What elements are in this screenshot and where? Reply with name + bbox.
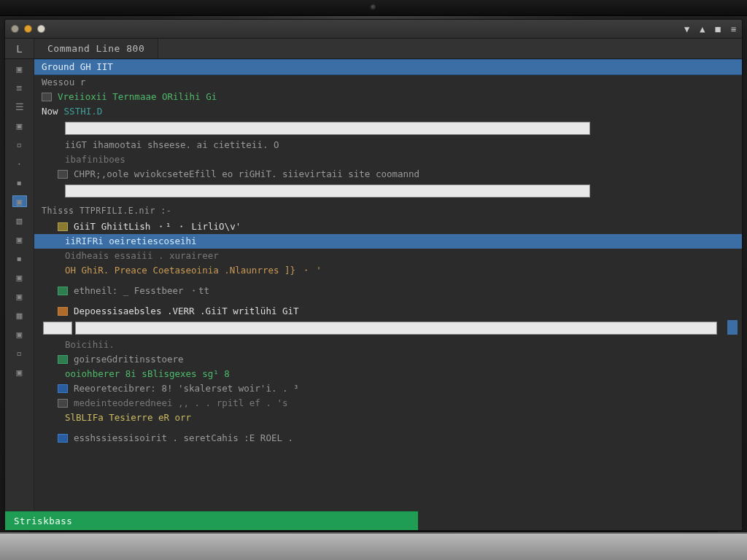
input-row-1 <box>34 119 742 138</box>
header-blue-bar[interactable]: Ground GH IIT <box>34 59 742 75</box>
line-wessour: Wessou r <box>34 75 742 90</box>
tab-label: Command Line 800 <box>47 43 144 54</box>
line-wessour-text: Wessou r <box>42 75 85 89</box>
now-cmd: SSTHI.D <box>64 104 103 118</box>
green-box-icon <box>58 287 68 295</box>
line-5-text: ibafiniboes <box>65 152 125 166</box>
sidebar-icon-8[interactable]: ▧ <box>13 215 26 225</box>
line-12-text: Depoessisaebsles .VERR .GiiT writlühi Gi… <box>74 304 299 318</box>
sidebar-icon-5[interactable]: · <box>13 158 26 168</box>
line-16-text: Reeoretecibrer: 8! 'skalerset woir'i. . … <box>74 381 299 395</box>
window-titlebar[interactable]: ▼ ▲ ■ ≡ <box>5 20 742 39</box>
up-icon[interactable]: ▲ <box>700 24 705 34</box>
tab-command-line[interactable]: Command Line 800 <box>34 39 158 58</box>
line-10b-text: OH GhiR. Preace Coetaseoinia .Nlaunrres … <box>65 263 322 277</box>
sidebar-icon-14[interactable]: ▣ <box>13 329 26 339</box>
folder-icon <box>58 222 68 231</box>
line-17-text: medeinteoderedneei ,, . . rpitl ef . 's <box>74 396 288 410</box>
dropdown-icon[interactable]: ▼ <box>684 24 689 34</box>
green-box-icon-2 <box>58 355 68 364</box>
line-17: medeinteoderedneei ,, . . rpitl ef . 's <box>34 396 742 411</box>
sidebar-icon-10[interactable]: ▪ <box>13 253 26 263</box>
sidebar-icon-1[interactable]: ≡ <box>13 82 26 93</box>
status-text: Striskbass <box>14 516 72 526</box>
sidebar-icon-11[interactable]: ▣ <box>13 272 26 282</box>
text-input-2[interactable] <box>65 184 590 198</box>
editor-content: ▣ ≡ ☰ ▣ ▫ · ▪ ▣ ▧ ▣ ▪ ▣ ▣ ▦ ▣ ▫ ▣ Gro <box>5 59 742 511</box>
maximize-icon[interactable] <box>37 25 45 33</box>
line-10a: Oidheais essaiii . xuraireer <box>34 249 742 263</box>
line-18-text: SlBLIFa Tesierre eR orr <box>65 411 191 424</box>
line-now: Now SSTHI.D <box>34 104 742 119</box>
sidebar-icon-12[interactable]: ▣ <box>13 291 26 301</box>
terminal-window: ▼ ▲ ■ ≡ L Command Line 800 ▣ ≡ ☰ ▣ ▫ · ▪… <box>4 19 743 531</box>
sidebar-icon-0[interactable]: ▣ <box>13 63 26 74</box>
sidebar-icon-13[interactable]: ▦ <box>13 310 26 320</box>
sidebar-icon-6[interactable]: ▪ <box>13 177 26 187</box>
line-13: Boicihii. <box>34 338 742 352</box>
line-4-text: iiGT ihamootai shseese. ai cietiteii. O <box>65 138 279 152</box>
line-19-text: esshssiessisoirit . seretCahis :E ROEL . <box>74 431 293 445</box>
square-icon[interactable]: ■ <box>716 24 721 34</box>
line-6: CHPR;,oole wviokcseteEfill eo riGHiT. si… <box>34 167 742 182</box>
line-green-1-text: Vreiioxii Ternmaae ORilihi Gi <box>58 90 217 104</box>
sidebar-icon-15[interactable]: ▫ <box>13 348 26 358</box>
menu-icon[interactable]: ≡ <box>731 24 736 34</box>
blue-box-icon <box>58 384 68 393</box>
line-git-shell-text: GiiT GhiitLish ・¹ ・ LirliO\v' <box>74 219 241 233</box>
now-prefix: Now <box>42 104 58 118</box>
line-15: ooiohberer 8i sBlisgexes sg¹ 8 <box>34 367 742 381</box>
screen-background: ▼ ▲ ■ ≡ L Command Line 800 ▣ ≡ ☰ ▣ ▫ · ▪… <box>0 0 747 560</box>
box-icon-2 <box>58 170 68 179</box>
line-16: Reeoretecibrer: 8! 'skalerset woir'i. . … <box>34 381 742 396</box>
titlebar-right-icons: ▼ ▲ ■ ≡ <box>684 24 736 34</box>
line-4: iiGT ihamootai shseese. ai cietiteii. O <box>34 138 742 152</box>
gutter-toggle-icon[interactable]: L <box>5 39 34 58</box>
line-10b: OH GhiR. Preace Coetaseoinia .Nlaunrres … <box>34 263 742 278</box>
line-green-1: Vreiioxii Ternmaae ORilihi Gi <box>34 90 742 104</box>
text-input-1[interactable] <box>65 122 590 135</box>
sidebar-icon-7[interactable]: ▣ <box>13 196 26 206</box>
blue-box-icon-2 <box>58 434 68 443</box>
line-10a-text: Oidheais essaiii . xuraireer <box>65 249 219 262</box>
minimize-icon[interactable] <box>24 25 32 33</box>
line-5: ibafiniboes <box>34 152 742 167</box>
section-label-1: Thisss TTPRFILI.E.nir :- <box>34 201 742 219</box>
orange-box-icon <box>58 307 68 316</box>
activity-sidebar: ▣ ≡ ☰ ▣ ▫ · ▪ ▣ ▧ ▣ ▪ ▣ ▣ ▦ ▣ ▫ ▣ <box>5 59 34 511</box>
line-6-text: CHPR;,oole wviokcseteEfill eo riGHiT. si… <box>74 167 419 181</box>
input-row-2 <box>34 182 742 201</box>
selected-blue-row[interactable]: iiRIFRi oeiretiescoseihi <box>34 234 742 249</box>
laptop-bezel-top <box>0 0 747 16</box>
terminal-main[interactable]: Ground GH IIT Wessou r Vreiioxii Ternmaa… <box>34 59 742 511</box>
box-icon-3 <box>58 399 68 408</box>
line-13-text: Boicihii. <box>65 338 115 351</box>
line-14-text: goirseGdritinsstoere <box>74 352 184 366</box>
line-git-shell: GiiT GhiitLish ・¹ ・ LirliO\v' <box>34 219 742 234</box>
box-icon <box>42 93 52 101</box>
status-bar[interactable]: Striskbass <box>5 511 418 530</box>
text-input-3b[interactable] <box>75 322 717 335</box>
selected-blue-text: iiRIFRi oeiretiescoseihi <box>65 234 197 248</box>
window-controls <box>11 25 45 33</box>
input-endcap-icon[interactable] <box>727 320 738 335</box>
sidebar-icon-3[interactable]: ▣ <box>13 120 26 131</box>
sidebar-icon-2[interactable]: ☰ <box>13 101 26 112</box>
sidebar-icon-9[interactable]: ▣ <box>13 234 26 244</box>
laptop-base <box>0 532 747 560</box>
line-15-text: ooiohberer 8i sBlisgexes sg¹ 8 <box>65 367 230 381</box>
line-18: SlBLIFa Tesierre eR orr <box>34 411 742 425</box>
tab-bar: L Command Line 800 <box>5 39 742 59</box>
header-blue-label: Ground GH IIT <box>42 60 113 74</box>
line-11-text: ethneil: _ Fesstbeer ・tt <box>74 284 209 298</box>
close-icon[interactable] <box>11 25 19 33</box>
sidebar-icon-16[interactable]: ▣ <box>13 367 26 377</box>
line-19: esshssiessisoirit . seretCahis :E ROEL . <box>34 431 742 446</box>
text-input-3a[interactable] <box>43 322 72 335</box>
camera-icon <box>370 4 377 11</box>
line-11: ethneil: _ Fesstbeer ・tt <box>34 284 742 298</box>
line-14: goirseGdritinsstoere <box>34 352 742 367</box>
input-row-3 <box>34 319 742 338</box>
line-12: Depoessisaebsles .VERR .GiiT writlühi Gi… <box>34 304 742 319</box>
sidebar-icon-4[interactable]: ▫ <box>13 139 26 149</box>
